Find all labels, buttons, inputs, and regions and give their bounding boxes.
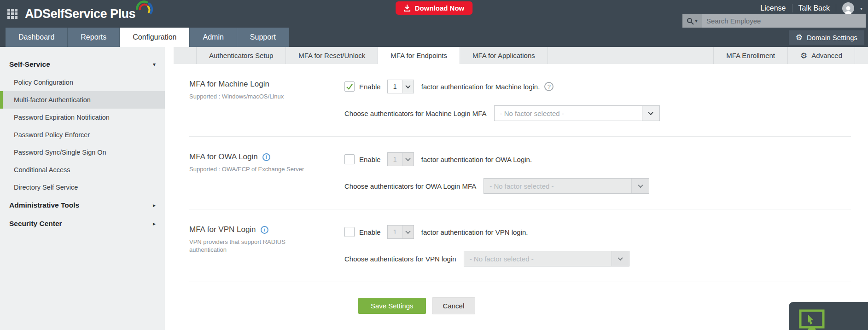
section-subtitle: VPN providers that support RADIUS authen…	[189, 238, 307, 254]
sidebar-item-policy-configuration[interactable]: Policy Configuration	[0, 74, 165, 91]
info-icon[interactable]: i	[261, 226, 268, 234]
nav-tab-support[interactable]: Support	[237, 28, 289, 47]
sidebar-group-security-center[interactable]: Security Center ▸	[0, 214, 165, 233]
chevron-down-icon: ▾	[153, 61, 156, 68]
tabstrip-lead	[174, 47, 197, 64]
divider	[792, 4, 792, 12]
factor-sentence: factor authentication for VPN login.	[421, 228, 528, 236]
search-scope-button[interactable]: ▾	[682, 14, 702, 28]
apps-grid-icon[interactable]	[7, 9, 17, 19]
nav-tab-configuration[interactable]: Configuration	[120, 28, 190, 47]
section-title: MFA for OWA Login	[189, 152, 258, 162]
app-logo: ADSelfService Plus	[25, 7, 135, 21]
chevron-down-icon	[642, 106, 659, 121]
chevron-right-icon: ▸	[153, 220, 156, 227]
factor-count-value: 1	[388, 80, 402, 93]
nav-tab-dashboard[interactable]: Dashboard	[6, 28, 68, 47]
machine-login-authenticators-select[interactable]: - No factor selected -	[494, 105, 660, 121]
chevron-down-icon	[402, 80, 414, 93]
chevron-down-icon	[612, 251, 629, 266]
tab-advanced-label: Advanced	[811, 52, 842, 59]
factor-count-value: 1	[388, 153, 402, 166]
gear-icon: ⚙	[800, 51, 807, 60]
nav-tab-reports[interactable]: Reports	[68, 28, 120, 47]
owa-login-authenticators-select: - No factor selected -	[484, 178, 649, 194]
enable-label: Enable	[359, 83, 381, 91]
main-content: Authenticators Setup MFA for Reset/Unloc…	[165, 47, 868, 330]
tab-mfa-for-reset-unlock[interactable]: MFA for Reset/Unlock	[286, 47, 378, 64]
search-input[interactable]	[702, 14, 866, 28]
authenticators-select-value: - No factor selected -	[495, 106, 642, 121]
section-title: MFA for Machine Login	[189, 80, 344, 89]
top-header: ADSelfService Plus Download Now License …	[0, 0, 868, 28]
sidebar-item-multi-factor-authentication[interactable]: Multi-factor Authentication	[0, 91, 165, 109]
tab-advanced[interactable]: ⚙ Advanced	[788, 47, 855, 64]
sidebar-item-password-expiration-notification[interactable]: Password Expiration Notification	[0, 109, 165, 126]
machine-login-factor-count-select[interactable]: 1	[387, 80, 414, 93]
vpn-login-enable-checkbox[interactable]	[344, 227, 355, 237]
section-mfa-owa-login: MFA for OWA Login i Supported : OWA/ECP …	[189, 137, 851, 209]
machine-login-enable-checkbox[interactable]	[344, 81, 355, 92]
chevron-down-icon	[402, 226, 414, 238]
section-mfa-machine-login: MFA for Machine Login Supported : Window…	[189, 64, 851, 137]
domain-settings-button[interactable]: ⚙ Domain Settings	[789, 30, 864, 45]
brand: ADSelfService Plus	[7, 7, 155, 21]
user-menu-caret-icon[interactable]: ▾	[860, 6, 862, 11]
sidebar: Self-Service ▾ Policy Configuration Mult…	[0, 47, 165, 330]
sidebar-item-conditional-access[interactable]: Conditional Access	[0, 161, 165, 179]
authenticators-select-value: - No factor selected -	[464, 251, 612, 266]
choose-authenticators-label: Choose authenticators for Machine Login …	[344, 110, 487, 117]
download-icon	[404, 5, 410, 12]
sidebar-group-self-service[interactable]: Self-Service ▾	[0, 55, 165, 74]
chevron-right-icon: ▸	[153, 202, 156, 208]
download-now-button[interactable]: Download Now	[396, 1, 473, 15]
owa-login-enable-checkbox[interactable]	[344, 154, 355, 164]
save-settings-button[interactable]: Save Settings	[358, 298, 426, 314]
section-subtitle: Supported : OWA/ECP of Exchange Server	[189, 166, 307, 174]
user-avatar-icon[interactable]	[842, 2, 854, 14]
support-chat-widget[interactable]	[789, 302, 868, 330]
sidebar-item-password-sync-single-sign-on[interactable]: Password Sync/Single Sign On	[0, 144, 165, 161]
remote-desktop-icon	[799, 309, 827, 330]
employee-search: ▾	[682, 14, 866, 28]
chevron-down-icon	[631, 179, 649, 193]
sidebar-item-directory-self-service[interactable]: Directory Self Service	[0, 179, 165, 196]
vpn-login-factor-count-select: 1	[387, 225, 414, 239]
license-link[interactable]: License	[760, 4, 786, 12]
factor-sentence: factor authentication for OWA Login.	[421, 156, 532, 163]
domain-settings-label: Domain Settings	[807, 34, 857, 41]
enable-label: Enable	[359, 156, 381, 163]
search-scope-caret-icon: ▾	[695, 18, 697, 23]
factor-sentence: factor authentication for Machine login.	[421, 83, 540, 91]
sidebar-group-label: Administrative Tools	[9, 201, 79, 209]
checkmark-icon	[345, 82, 354, 91]
vpn-login-authenticators-select: - No factor selected -	[464, 251, 629, 266]
sidebar-group-label: Security Center	[9, 220, 62, 228]
tab-mfa-for-applications[interactable]: MFA for Applications	[460, 47, 548, 64]
factor-count-value: 1	[388, 226, 402, 238]
sidebar-item-password-policy-enforcer[interactable]: Password Policy Enforcer	[0, 126, 165, 144]
main-navigation: Dashboard Reports Configuration Admin Su…	[0, 28, 868, 47]
sidebar-group-label: Self-Service	[9, 60, 50, 69]
mfa-endpoints-panel: MFA for Machine Login Supported : Window…	[165, 64, 868, 330]
top-right-links: License Talk Back ▾	[760, 2, 862, 14]
nav-tab-admin[interactable]: Admin	[190, 28, 237, 47]
search-icon	[687, 17, 694, 25]
gear-icon: ⚙	[796, 34, 803, 41]
tab-mfa-for-endpoints[interactable]: MFA for Endpoints	[378, 47, 460, 64]
talkback-link[interactable]: Talk Back	[798, 4, 830, 12]
cancel-button[interactable]: Cancel	[432, 297, 476, 314]
tabstrip-spacer	[548, 47, 714, 64]
authenticators-select-value: - No factor selected -	[484, 179, 631, 193]
logo-swoosh-icon	[134, 0, 155, 20]
info-icon[interactable]: i	[262, 153, 270, 161]
tab-mfa-enrollment[interactable]: MFA Enrollment	[714, 47, 788, 64]
sidebar-group-administrative-tools[interactable]: Administrative Tools ▸	[0, 196, 165, 214]
section-mfa-vpn-login: MFA for VPN Login i VPN providers that s…	[189, 209, 851, 282]
adselfservice-plus-app: ADSelfService Plus Download Now License …	[0, 0, 868, 330]
section-title: MFA for VPN Login	[189, 225, 256, 234]
owa-login-factor-count-select: 1	[387, 152, 414, 166]
tab-authenticators-setup[interactable]: Authenticators Setup	[197, 47, 286, 64]
help-icon[interactable]: ?	[544, 82, 553, 91]
footer-actions: Save Settings Cancel	[358, 297, 851, 314]
